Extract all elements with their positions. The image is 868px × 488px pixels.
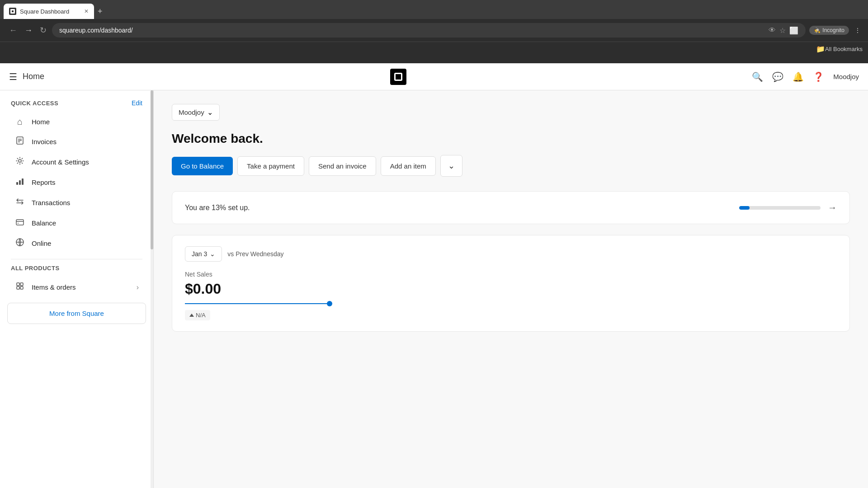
sidebar-item-online[interactable]: Online: [4, 233, 150, 253]
na-badge: N/A: [185, 310, 210, 320]
main-layout: Quick access Edit ⌂ Home Invoices: [0, 90, 868, 488]
eye-off-icon: 👁: [769, 26, 776, 35]
net-sales-label: Net Sales: [185, 271, 837, 278]
browser-chrome: Square Dashboard ✕ + ← → ↻ squareup.com/…: [0, 0, 868, 63]
svg-rect-8: [19, 180, 21, 185]
sidebar-balance-label: Balance: [32, 219, 56, 227]
sidebar-item-balance[interactable]: Balance: [4, 213, 150, 233]
edit-link[interactable]: Edit: [132, 99, 142, 107]
add-item-button[interactable]: Add an item: [381, 156, 436, 176]
sidebar-item-transactions[interactable]: Transactions: [4, 192, 150, 213]
sidebar-reports-label: Reports: [32, 178, 56, 186]
business-selector[interactable]: Moodjoy ⌄: [172, 104, 220, 121]
business-dropdown-icon: ⌄: [207, 108, 213, 117]
square-logo-inner: [394, 73, 402, 81]
back-button[interactable]: ←: [7, 24, 19, 37]
incognito-badge: 🕵 Incognito: [809, 26, 849, 35]
sidebar-item-account-settings[interactable]: Account & Settings: [4, 152, 150, 172]
items-orders-label: Items & orders: [32, 283, 76, 291]
svg-rect-16: [20, 286, 23, 289]
sidebar-scroll: Quick access Edit ⌂ Home Invoices: [0, 90, 153, 488]
forward-button[interactable]: →: [23, 24, 34, 37]
sidebar-home-label: Home: [32, 118, 50, 126]
active-tab[interactable]: Square Dashboard ✕: [4, 4, 94, 19]
refresh-button[interactable]: ↻: [38, 23, 48, 37]
home-icon: ⌂: [14, 117, 25, 127]
items-orders-left: Items & orders: [14, 282, 76, 293]
sidebar-items-orders[interactable]: Items & orders ›: [4, 277, 150, 297]
date-filter-label: Jan 3: [192, 250, 207, 258]
sidebar-invoices-label: Invoices: [32, 138, 57, 145]
bookmarks-folder-icon: 📁: [816, 45, 825, 53]
net-sales-chart: [185, 301, 837, 306]
chat-icon[interactable]: 💬: [772, 71, 783, 82]
sidebar-item-reports[interactable]: Reports: [4, 172, 150, 192]
tab-title: Square Dashboard: [20, 8, 80, 15]
bookmarks-label: All Bookmarks: [825, 46, 863, 52]
settings-icon: [14, 156, 25, 168]
svg-rect-15: [17, 286, 19, 289]
sidebar-online-label: Online: [32, 239, 51, 247]
app-header: ☰ Home 🔍 💬 🔔 ❓ Moodjoy: [0, 63, 868, 90]
svg-rect-10: [16, 220, 24, 225]
bookmarks-bar: 📁 All Bookmarks: [0, 42, 868, 56]
sidebar-scrollbar-thumb: [151, 90, 153, 249]
bell-icon[interactable]: 🔔: [793, 71, 804, 82]
user-name[interactable]: Moodjoy: [833, 73, 859, 80]
setup-right: →: [739, 202, 837, 213]
browser-controls: ← → ↻ squareup.com/dashboard/ 👁 ☆ ⬜ 🕵 In…: [0, 19, 868, 42]
quick-access-header: Quick access Edit: [0, 99, 153, 112]
send-invoice-button[interactable]: Send an invoice: [309, 156, 376, 176]
profile-icon: ⬜: [789, 26, 798, 35]
sidebar-transactions-label: Transactions: [32, 199, 70, 206]
date-filter-button[interactable]: Jan 3 ⌄: [185, 246, 222, 262]
tab-favicon: [9, 8, 16, 15]
square-logo: [390, 69, 406, 85]
go-to-balance-button[interactable]: Go to Balance: [172, 157, 233, 175]
all-products-title: All products: [0, 265, 153, 277]
more-from-square-button[interactable]: More from Square: [7, 303, 146, 324]
extensions-icon: ⋮: [854, 27, 861, 34]
star-icon: ☆: [779, 26, 786, 35]
sidebar-item-invoices[interactable]: Invoices: [4, 131, 150, 152]
content-area: Moodjoy ⌄ Welcome back. Go to Balance Ta…: [154, 90, 868, 488]
header-left: ☰ Home: [9, 71, 44, 82]
chevron-right-icon: ›: [137, 283, 139, 291]
take-payment-button[interactable]: Take a payment: [237, 156, 304, 176]
hamburger-icon[interactable]: ☰: [9, 71, 17, 82]
incognito-icon: 🕵: [814, 27, 821, 33]
header-right: 🔍 💬 🔔 ❓ Moodjoy: [752, 71, 859, 82]
sidebar-divider: [11, 259, 142, 259]
header-center: [44, 69, 752, 85]
more-actions-button[interactable]: ⌄: [440, 155, 462, 177]
transactions-icon: [14, 197, 25, 208]
address-icons: 👁 ☆ ⬜: [769, 26, 798, 35]
net-sales-value: $0.00: [185, 281, 837, 297]
svg-rect-9: [22, 178, 24, 185]
header-home-label: Home: [23, 72, 44, 81]
invoices-icon: [14, 136, 25, 147]
reports-icon: [14, 177, 25, 188]
search-icon[interactable]: 🔍: [752, 71, 763, 82]
more-from-square-container: More from Square: [7, 303, 146, 324]
svg-rect-7: [16, 182, 18, 185]
chart-line: [185, 303, 330, 304]
tab-close-icon[interactable]: ✕: [84, 8, 89, 14]
setup-text: You are 13% set up.: [185, 204, 250, 212]
quick-access-title: Quick access: [11, 100, 58, 107]
setup-arrow-button[interactable]: →: [828, 202, 837, 213]
address-bar[interactable]: squareup.com/dashboard/ 👁 ☆ ⬜: [52, 23, 806, 38]
progress-bar-fill: [739, 206, 750, 210]
new-tab-button[interactable]: +: [98, 4, 103, 19]
sidebar-scrollbar-track[interactable]: [151, 90, 153, 488]
svg-point-6: [19, 160, 21, 162]
triangle-up-icon: [189, 314, 194, 317]
svg-rect-14: [20, 283, 23, 286]
svg-rect-13: [17, 283, 19, 286]
help-icon[interactable]: ❓: [813, 71, 824, 82]
date-filter-chevron-icon: ⌄: [210, 250, 215, 258]
sidebar-item-home[interactable]: ⌂ Home: [4, 112, 150, 131]
browser-right-icons: 🕵 Incognito ⋮: [809, 26, 861, 35]
progress-bar-container: [739, 206, 821, 210]
app: ☰ Home 🔍 💬 🔔 ❓ Moodjoy Quick access Edit: [0, 63, 868, 488]
